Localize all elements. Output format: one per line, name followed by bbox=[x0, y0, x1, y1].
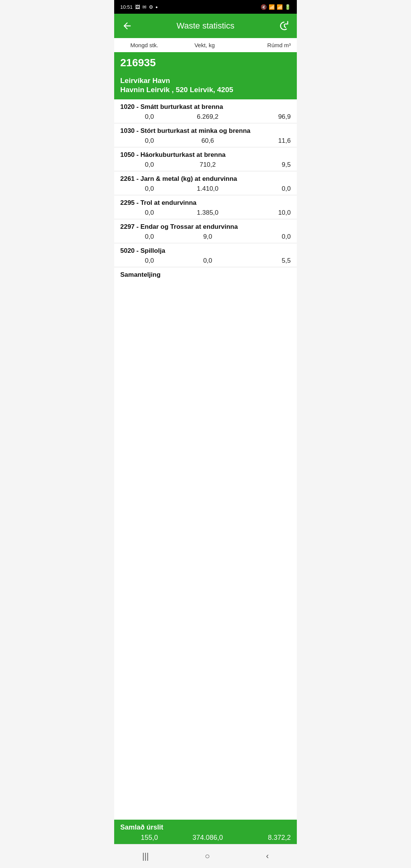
column-headers: Mongd stk. Vekt, kg Rúmd m³ bbox=[114, 38, 297, 53]
location-banner: Leirvíkar Havn Havnin Leirvik , 520 Leir… bbox=[114, 73, 297, 99]
total-number: 216935 bbox=[120, 57, 156, 69]
status-left: 10:51 🖼 ✉ ⚙ ● bbox=[120, 4, 158, 10]
header-vekt: Vekt, kg bbox=[174, 42, 234, 48]
content-area: 1020 - Smátt burturkast at brenna 0,0 6.… bbox=[114, 99, 297, 820]
waste-item: 1020 - Smátt burturkast at brenna 0,0 6.… bbox=[114, 99, 297, 123]
dot-icon: ● bbox=[156, 5, 158, 9]
waste-mongd: 0,0 bbox=[120, 209, 178, 217]
total-banner: 216935 bbox=[114, 53, 297, 73]
nav-menu-button[interactable]: ||| bbox=[135, 849, 156, 863]
wifi-icon: 📶 bbox=[269, 4, 275, 10]
waste-vekt: 6.269,2 bbox=[178, 113, 237, 121]
nav-home-button[interactable]: ○ bbox=[197, 849, 217, 863]
header-mongd: Mongd stk. bbox=[114, 42, 174, 48]
waste-vekt: 0,0 bbox=[178, 257, 237, 265]
waste-values: 0,0 1.385,0 10,0 bbox=[120, 209, 297, 217]
waste-rumd: 0,0 bbox=[237, 233, 297, 241]
location-address: Havnin Leirvik , 520 Leirvik, 4205 bbox=[120, 86, 291, 94]
samlad-mongd: 155,0 bbox=[120, 834, 178, 842]
waste-item: 2261 - Jarn & metal (kg) at endurvinna 0… bbox=[114, 171, 297, 195]
samlad-banner: Samlað úrslit 155,0 374.086,0 8.372,2 bbox=[114, 820, 297, 844]
signal-icon: 📶 bbox=[277, 4, 283, 10]
waste-values: 0,0 9,0 0,0 bbox=[120, 233, 297, 241]
waste-rumd: 5,5 bbox=[237, 257, 297, 265]
settings-icon: ⚙ bbox=[149, 4, 153, 10]
battery-icon: 🔋 bbox=[285, 4, 291, 10]
waste-rumd: 10,0 bbox=[237, 209, 297, 217]
status-right: 🔇 📶 📶 🔋 bbox=[261, 4, 291, 10]
waste-values: 0,0 60,6 11,6 bbox=[120, 137, 297, 145]
waste-items-list: 1020 - Smátt burturkast at brenna 0,0 6.… bbox=[114, 99, 297, 267]
waste-rumd: 0,0 bbox=[237, 185, 297, 193]
waste-vekt: 1.385,0 bbox=[178, 209, 237, 217]
history-button[interactable] bbox=[277, 19, 291, 33]
status-time: 10:51 bbox=[120, 4, 133, 10]
samlad-vekt: 374.086,0 bbox=[178, 834, 237, 842]
app-bar: Waste statistics bbox=[114, 14, 297, 38]
waste-values: 0,0 710,2 9,5 bbox=[120, 161, 297, 169]
mute-icon: 🔇 bbox=[261, 4, 267, 10]
waste-rumd: 11,6 bbox=[237, 137, 297, 145]
waste-mongd: 0,0 bbox=[120, 161, 178, 169]
location-name: Leirvíkar Havn bbox=[120, 77, 291, 85]
waste-item: 5020 - Spillolja 0,0 0,0 5,5 bbox=[114, 243, 297, 267]
waste-vekt: 9,0 bbox=[178, 233, 237, 241]
page-title: Waste statistics bbox=[134, 21, 277, 31]
waste-label: 1030 - Stórt burturkast at minka og bren… bbox=[120, 127, 297, 135]
waste-label: 1020 - Smátt burturkast at brenna bbox=[120, 103, 297, 111]
waste-label: 1050 - Háorkuburturkast at brenna bbox=[120, 151, 297, 159]
nav-back-button[interactable]: ‹ bbox=[258, 849, 276, 863]
email-icon: ✉ bbox=[142, 4, 147, 10]
status-bar: 10:51 🖼 ✉ ⚙ ● 🔇 📶 📶 🔋 bbox=[114, 0, 297, 14]
back-button[interactable] bbox=[120, 19, 134, 33]
waste-label: 2295 - Trol at endurvinna bbox=[120, 199, 297, 207]
waste-mongd: 0,0 bbox=[120, 113, 178, 121]
waste-mongd: 0,0 bbox=[120, 233, 178, 241]
photo-icon: 🖼 bbox=[135, 4, 140, 10]
samlad-values: 155,0 374.086,0 8.372,2 bbox=[120, 834, 297, 842]
waste-vekt: 710,2 bbox=[178, 161, 237, 169]
waste-item: 2297 - Endar og Trossar at endurvinna 0,… bbox=[114, 219, 297, 243]
waste-values: 0,0 6.269,2 96,9 bbox=[120, 113, 297, 121]
waste-rumd: 96,9 bbox=[237, 113, 297, 121]
waste-vekt: 60,6 bbox=[178, 137, 237, 145]
waste-values: 0,0 1.410,0 0,0 bbox=[120, 185, 297, 193]
waste-item: 1030 - Stórt burturkast at minka og bren… bbox=[114, 123, 297, 147]
nav-bar: ||| ○ ‹ bbox=[114, 844, 297, 868]
waste-label: 2297 - Endar og Trossar at endurvinna bbox=[120, 223, 297, 231]
waste-mongd: 0,0 bbox=[120, 185, 178, 193]
samlad-title: Samlað úrslit bbox=[120, 823, 297, 831]
waste-mongd: 0,0 bbox=[120, 137, 178, 145]
waste-label: 2261 - Jarn & metal (kg) at endurvinna bbox=[120, 175, 297, 183]
waste-rumd: 9,5 bbox=[237, 161, 297, 169]
samanteljing-label: Samanteljing bbox=[114, 267, 297, 280]
samlad-rumd: 8.372,2 bbox=[237, 834, 297, 842]
waste-vekt: 1.410,0 bbox=[178, 185, 237, 193]
waste-values: 0,0 0,0 5,5 bbox=[120, 257, 297, 265]
waste-item: 2295 - Trol at endurvinna 0,0 1.385,0 10… bbox=[114, 195, 297, 219]
waste-label: 5020 - Spillolja bbox=[120, 247, 297, 255]
waste-item: 1050 - Háorkuburturkast at brenna 0,0 71… bbox=[114, 147, 297, 171]
header-rumd: Rúmd m³ bbox=[235, 42, 297, 48]
waste-mongd: 0,0 bbox=[120, 257, 178, 265]
